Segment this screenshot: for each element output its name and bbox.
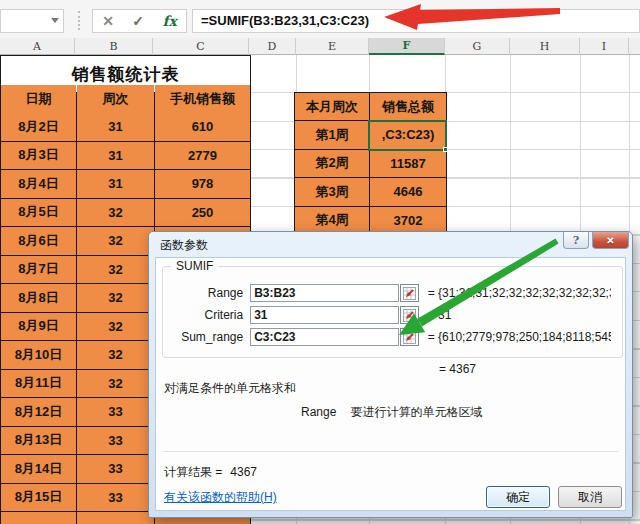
- parameter-help: Range要进行计算的单元格区域: [301, 404, 482, 421]
- cancel-entry-icon[interactable]: ✕: [102, 13, 114, 29]
- parameter-description: 要进行计算的单元格区域: [350, 405, 482, 419]
- cell-date[interactable]: 8月14日: [1, 455, 76, 483]
- cell-week[interactable]: 32: [77, 313, 154, 341]
- cell-amount[interactable]: 250: [155, 199, 250, 227]
- range-input[interactable]: B3:B23: [250, 284, 399, 302]
- cell-date[interactable]: 8月15日: [1, 484, 76, 512]
- cell-week[interactable]: 33: [77, 484, 154, 512]
- criteria-field-row: Criteria 31 = 31: [156, 306, 611, 324]
- cell-date[interactable]: 8月2日: [1, 113, 76, 141]
- range-result: = {31;31;31;32;32;32;32;32;32;32;33...: [428, 286, 611, 300]
- active-cell-border[interactable]: [368, 120, 447, 151]
- name-box[interactable]: [0, 9, 64, 33]
- cell-total[interactable]: 4646: [370, 178, 446, 206]
- sum-range-label: Sum_range: [156, 330, 250, 344]
- cell-week[interactable]: 33: [77, 427, 154, 455]
- column-header[interactable]: I: [580, 38, 629, 55]
- cell-week[interactable]: 32: [77, 370, 154, 398]
- header-total-sales: 销售总额: [370, 93, 446, 120]
- cell-week[interactable]: 32: [77, 256, 154, 284]
- cell-week-name[interactable]: 第4周: [295, 207, 369, 235]
- column-header[interactable]: G: [445, 38, 510, 55]
- range-selector-icon: [403, 309, 416, 322]
- cell-date[interactable]: 8月12日: [1, 398, 76, 426]
- dialog-close-icon[interactable]: ✕: [592, 232, 629, 249]
- cell-amount[interactable]: 610: [155, 113, 250, 141]
- cancel-button[interactable]: 取消: [558, 486, 622, 508]
- cell-date[interactable]: 8月10日: [1, 341, 76, 369]
- column-header[interactable]: B: [75, 38, 153, 55]
- ok-button[interactable]: 确定: [486, 486, 550, 508]
- calculation-result: 计算结果 =4367: [164, 464, 257, 481]
- fill-handle[interactable]: [443, 147, 448, 152]
- cell-week-name[interactable]: 第3周: [295, 178, 369, 206]
- column-header[interactable]: F: [369, 38, 445, 55]
- formula-total-result: = 4367: [439, 362, 476, 376]
- criteria-input[interactable]: 31: [250, 306, 399, 324]
- calculation-result-label: 计算结果 =: [164, 465, 222, 479]
- range-selector-icon: [403, 331, 416, 344]
- cell-date[interactable]: 8月5日: [1, 199, 76, 227]
- cell-date[interactable]: 8月11日: [1, 370, 76, 398]
- range-field-row: Range B3:B23 = {31;31;31;32;32;32;32;32;…: [156, 284, 611, 302]
- cell-week[interactable]: 31: [77, 142, 154, 170]
- cell-date[interactable]: 8月13日: [1, 427, 76, 455]
- cell-week[interactable]: 32: [77, 284, 154, 312]
- column-header[interactable]: D: [249, 38, 296, 55]
- toolbar-separator: [78, 11, 80, 30]
- cell-date[interactable]: [1, 512, 76, 524]
- parameter-name: Range: [301, 405, 336, 419]
- cell-week[interactable]: 31: [77, 170, 154, 198]
- excel-window: { "formula_bar": { "name_box_value": "",…: [0, 0, 640, 524]
- calculation-result-value: 4367: [230, 465, 257, 479]
- column-header[interactable]: C: [153, 38, 249, 55]
- cell-week[interactable]: 32: [77, 341, 154, 369]
- cell-amount[interactable]: 978: [155, 170, 250, 198]
- cell-date[interactable]: 8月4日: [1, 170, 76, 198]
- enter-entry-icon[interactable]: ✓: [132, 13, 144, 29]
- summary-table: 本月周次 销售总额 第1周 ,C3:C23) 第2周 11587 第3周: [294, 92, 447, 235]
- sum-range-result: = {610;2779;978;250;184;8118;545;...: [428, 330, 611, 344]
- sum-range-selector-button[interactable]: [400, 328, 419, 346]
- cell-total[interactable]: 3702: [370, 207, 446, 235]
- cell-date[interactable]: 8月9日: [1, 313, 76, 341]
- column-headers: ABCDEFGHI: [0, 38, 640, 55]
- cell-week[interactable]: 32: [77, 199, 154, 227]
- cell-amount[interactable]: 2779: [155, 142, 250, 170]
- sum-range-input[interactable]: C3:C23: [250, 328, 399, 346]
- cell-week-name[interactable]: 第2周: [295, 150, 369, 178]
- cell-date[interactable]: 8月8日: [1, 284, 76, 312]
- cell-date[interactable]: 8月7日: [1, 256, 76, 284]
- header-phone-sales: 手机销售额: [155, 85, 250, 113]
- function-name: SUMIF: [171, 259, 218, 273]
- insert-function-icon[interactable]: fx: [162, 13, 176, 29]
- column-header[interactable]: H: [510, 38, 580, 55]
- cell-week-name[interactable]: 第1周: [295, 121, 369, 149]
- formula-bar: ✕ ✓ fx =SUMIF(B3:B23,31,C3:C23): [0, 0, 640, 38]
- range-selector-button[interactable]: [400, 284, 419, 302]
- cell-week[interactable]: 33: [77, 398, 154, 426]
- cell-week[interactable]: 33: [77, 455, 154, 483]
- cell-date[interactable]: 8月3日: [1, 142, 76, 170]
- criteria-selector-button[interactable]: [400, 306, 419, 324]
- column-header[interactable]: E: [296, 38, 369, 55]
- cell-total[interactable]: 11587: [370, 150, 446, 178]
- formula-input[interactable]: =SUMIF(B3:B23,31,C3:C23): [192, 9, 640, 33]
- cell-date[interactable]: 8月6日: [1, 227, 76, 255]
- dialog-body: SUMIF Range B3:B23 = {31;31;31;32;32;32;…: [155, 257, 626, 511]
- header-month-week: 本月周次: [295, 93, 369, 120]
- formula-buttons: ✕ ✓ fx: [92, 9, 187, 33]
- function-help-link[interactable]: 有关该函数的帮助(H): [164, 489, 277, 506]
- column-header[interactable]: A: [0, 38, 75, 55]
- dialog-help-icon[interactable]: ?: [563, 232, 589, 249]
- cell-week[interactable]: 31: [77, 113, 154, 141]
- function-description: 对满足条件的单元格求和: [164, 380, 296, 397]
- dialog-divider: [163, 451, 618, 452]
- dialog-title: 函数参数: [160, 237, 208, 254]
- function-arguments-dialog: 函数参数 ? ✕ SUMIF Range B3:B23 = {31;31;31;…: [148, 231, 633, 518]
- cell-week[interactable]: [77, 512, 154, 524]
- cell-week[interactable]: 32: [77, 227, 154, 255]
- name-box-dropdown-icon[interactable]: [51, 18, 59, 23]
- range-label: Range: [156, 286, 250, 300]
- range-selector-icon: [403, 287, 416, 300]
